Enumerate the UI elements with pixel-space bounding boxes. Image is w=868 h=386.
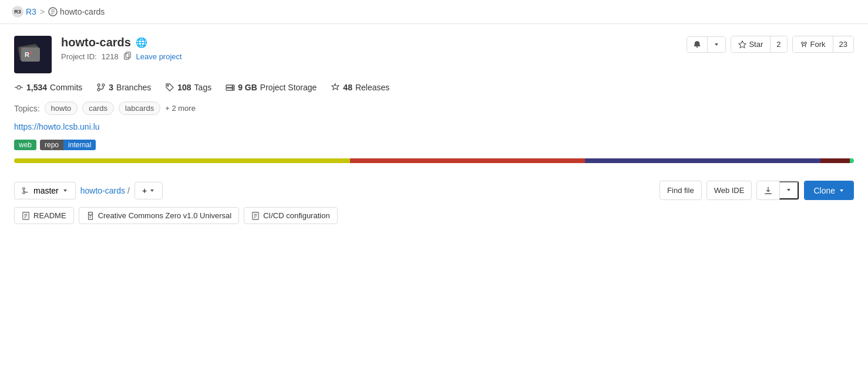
storage-stat[interactable]: 9 GB Project Storage [226, 83, 317, 92]
storage-num: 9 GB [238, 83, 257, 92]
branch-selector-icon [22, 187, 30, 195]
repo-toolbar: master howto-cards / + Find file [14, 181, 854, 200]
project-title-section: howto-cards 🌐 Project ID: 1218 Leave pro… [61, 36, 182, 62]
project-id-label: Project ID: [61, 52, 97, 61]
download-dropdown-button[interactable] [779, 181, 799, 199]
main-content: R 3 howto-cards 🌐 Project ID: 1218 Leave… [0, 24, 868, 236]
license-badge[interactable]: Creative Commons Zero v1.0 Universal [79, 207, 240, 224]
svg-point-8 [17, 86, 21, 89]
cicd-badge[interactable]: CI/CD configuration [244, 207, 337, 224]
branch-selector[interactable]: master [14, 182, 76, 199]
tag-repo[interactable]: repo [40, 140, 63, 150]
topics-label: Topics: [14, 104, 40, 113]
web-ide-button[interactable]: Web IDE [706, 181, 752, 200]
releases-icon [331, 83, 340, 92]
find-file-button[interactable]: Find file [660, 181, 702, 200]
notify-button[interactable] [687, 37, 707, 52]
copy-id-icon[interactable] [123, 52, 132, 62]
tag-web[interactable]: web [14, 140, 36, 150]
project-header-left: R 3 howto-cards 🌐 Project ID: 1218 Leave… [14, 36, 182, 73]
fork-icon [800, 40, 808, 49]
globe-icon: 🌐 [136, 37, 147, 48]
svg-point-18 [232, 89, 233, 90]
stats-bar: 1,534 Commits 3 Branches 108 Tags [14, 83, 854, 92]
star-group: Star 2 [731, 36, 787, 53]
path-nav: howto-cards / [80, 186, 130, 195]
project-meta: Project ID: 1218 Leave project [61, 52, 182, 62]
topic-cards[interactable]: cards [82, 101, 114, 115]
download-chevron-icon [786, 187, 792, 193]
org-icon: R3 [12, 6, 23, 18]
tags-icon [165, 83, 174, 92]
lang-seg-3 [820, 158, 850, 163]
readme-badge[interactable]: README [14, 207, 74, 224]
tags-stat[interactable]: 108 Tags [165, 83, 211, 92]
breadcrumb-page-icon [48, 7, 58, 16]
path-root[interactable]: howto-cards [80, 186, 125, 195]
more-topics[interactable]: + 2 more [165, 104, 196, 113]
breadcrumb-page: howto-cards [60, 7, 105, 16]
lang-seg-4 [850, 158, 854, 163]
branches-label: Branches [116, 83, 151, 92]
download-icon [764, 187, 772, 195]
star-button[interactable]: Star [731, 36, 770, 52]
releases-stat[interactable]: 48 Releases [331, 83, 389, 92]
bell-icon [693, 40, 701, 49]
chevron-down-icon [714, 42, 719, 48]
path-sep: / [127, 186, 130, 195]
clone-chevron-icon [839, 188, 845, 194]
svg-rect-7 [124, 54, 129, 60]
repo-toolbar-left: master howto-cards / + [14, 182, 163, 199]
add-button[interactable]: + [134, 182, 163, 199]
download-group [756, 181, 799, 200]
file-badges: README Creative Commons Zero v1.0 Univer… [14, 207, 854, 224]
project-id: 1218 [102, 52, 119, 61]
project-header: R 3 howto-cards 🌐 Project ID: 1218 Leave… [14, 36, 854, 73]
topic-labcards[interactable]: labcards [119, 101, 160, 115]
commits-icon [14, 83, 23, 92]
branches-num: 3 [109, 83, 113, 92]
notify-dropdown-button[interactable] [707, 37, 725, 52]
add-icon: + [142, 186, 147, 195]
fork-button[interactable]: Fork [793, 36, 833, 52]
topic-howto[interactable]: howto [45, 101, 78, 115]
branch-chevron-icon [62, 188, 68, 194]
cicd-icon [251, 212, 260, 220]
branches-stat[interactable]: 3 Branches [96, 83, 151, 92]
lang-seg-1 [350, 158, 585, 163]
svg-text:3: 3 [29, 50, 32, 56]
releases-label: Releases [355, 83, 389, 92]
fork-group: Fork 23 [792, 36, 854, 53]
branch-name: master [33, 186, 59, 195]
topics-bar: Topics: howto cards labcards + 2 more [14, 101, 854, 115]
lang-seg-0 [14, 158, 350, 163]
svg-text:R: R [25, 51, 29, 58]
releases-num: 48 [343, 83, 352, 92]
notify-group [687, 36, 726, 53]
download-button[interactable] [757, 183, 779, 198]
license-icon [86, 212, 95, 220]
star-count: 2 [770, 36, 786, 52]
svg-point-17 [232, 86, 233, 87]
breadcrumb: R3 R3 > howto-cards [0, 0, 868, 24]
svg-point-11 [97, 84, 100, 86]
breadcrumb-org-link[interactable]: R3 [26, 7, 36, 16]
svg-point-14 [167, 85, 169, 86]
commits-label: Commits [50, 83, 82, 92]
star-icon [738, 40, 746, 49]
tag-internal[interactable]: internal [63, 140, 96, 150]
storage-icon [226, 83, 235, 92]
repo-toolbar-right: Find file Web IDE [660, 181, 854, 200]
clone-button[interactable]: Clone [805, 182, 853, 199]
leave-project-link[interactable]: Leave project [136, 52, 182, 61]
storage-label: Project Storage [260, 83, 317, 92]
svg-point-19 [23, 187, 25, 189]
project-url-link[interactable]: https://howto.lcsb.uni.lu [14, 122, 100, 131]
add-chevron-icon [149, 188, 155, 194]
lang-seg-2 [585, 158, 820, 163]
commits-stat[interactable]: 1,534 Commits [14, 83, 82, 92]
clone-group: Clone [804, 181, 854, 200]
tags-bar: web repo internal [14, 140, 854, 150]
branches-icon [96, 83, 106, 92]
commits-num: 1,534 [26, 83, 47, 92]
